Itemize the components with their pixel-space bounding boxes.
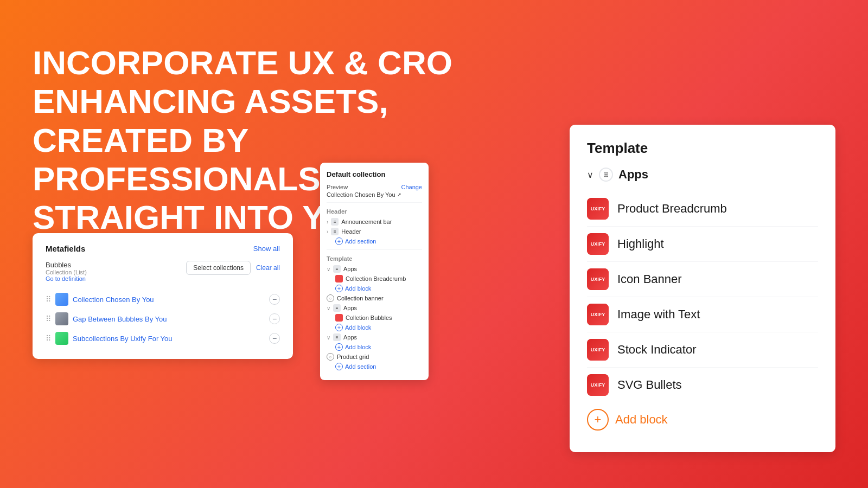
header-section-label: Header xyxy=(327,208,422,215)
bubbles-row: Bubbles Collection (List) Go to definiti… xyxy=(46,261,280,282)
bubbles-label-group: Bubbles Collection (List) Go to definiti… xyxy=(46,261,87,282)
chevron-down-icon: ∨ xyxy=(327,305,330,311)
chevron-down-icon: ∨ xyxy=(327,335,330,341)
collection-value: Collection Chosen By You ↗ xyxy=(327,191,422,198)
drag-handle-icon[interactable]: ⠿ xyxy=(46,314,51,323)
product-grid-item[interactable]: ○ Product grid xyxy=(327,353,422,361)
highlight-app-icon: UXIFY xyxy=(587,233,609,255)
apps-icon-3: ≡ xyxy=(333,333,341,341)
chevron-right-icon: › xyxy=(327,229,328,235)
highlight-label: Highlight xyxy=(617,237,664,251)
remove-item-3-button[interactable]: − xyxy=(269,333,280,344)
image-with-text-label: Image with Text xyxy=(617,307,700,322)
icon-banner-app-icon: UXIFY xyxy=(587,268,609,290)
apps-item-3[interactable]: ∨ ≡ Apps xyxy=(327,333,422,341)
product-breadcrumb-app-icon: UXIFY xyxy=(587,198,609,220)
divider xyxy=(327,202,422,203)
bubbles-sublabel: Collection (List) xyxy=(46,269,87,275)
template-list-item[interactable]: UXIFY Icon Banner xyxy=(587,262,818,297)
hero-line1: INCORPORATE UX & CRO ENHANCING ASSETS, xyxy=(33,44,452,120)
preview-label: Preview xyxy=(327,184,348,190)
add-block-button-1[interactable]: + Add block xyxy=(327,285,422,292)
hero-line2: CREATED BY PROFESSIONALS, xyxy=(33,121,330,197)
metafields-header: Metafields Show all xyxy=(46,244,280,253)
collection-thumb-2 xyxy=(55,312,68,325)
collection-item: ⠿ Subcollections By Uxify For You − xyxy=(46,329,280,348)
remove-item-2-button[interactable]: − xyxy=(269,313,280,324)
template-list-item[interactable]: UXIFY Highlight xyxy=(587,227,818,262)
add-circle-icon: + xyxy=(335,324,343,331)
announcement-bar-item[interactable]: › ≡ Announcement bar xyxy=(327,218,422,226)
announcement-bar-icon: ≡ xyxy=(331,218,339,226)
red-app-icon xyxy=(335,275,343,282)
apps-header-label: Apps xyxy=(618,168,648,182)
template-panel: Template ∨ ⊞ Apps UXIFY Product Breadcru… xyxy=(570,125,835,452)
collection-panel-title: Default collection xyxy=(327,170,422,178)
chevron-right-icon: › xyxy=(327,219,328,225)
add-block-template-label: Add block xyxy=(615,413,668,427)
chevron-down-icon: ∨ xyxy=(327,266,330,272)
collection-item: ⠿ Collection Chosen By You − xyxy=(46,290,280,309)
product-grid-icon: ○ xyxy=(327,353,334,361)
collection-items-list: ⠿ Collection Chosen By You − ⠿ Gap Betwe… xyxy=(46,290,280,348)
apps-grid-icon: ⊞ xyxy=(599,168,613,182)
add-block-circle-icon: + xyxy=(587,409,609,431)
remove-item-1-button[interactable]: − xyxy=(269,294,280,305)
collection-item: ⠿ Gap Between Bubbles By You − xyxy=(46,309,280,329)
header-item[interactable]: › ≡ Header xyxy=(327,228,422,235)
go-to-definition-link[interactable]: Go to definition xyxy=(46,275,87,282)
add-circle-icon: + xyxy=(335,285,343,292)
collection-thumb-3 xyxy=(55,332,68,345)
product-breadcrumb-label: Product Breadcrumb xyxy=(617,202,727,216)
apps-item-1[interactable]: ∨ ≡ Apps xyxy=(327,265,422,273)
apps-item-2[interactable]: ∨ ≡ Apps xyxy=(327,304,422,312)
collection-item-name-1[interactable]: Collection Chosen By You xyxy=(73,296,265,304)
collection-banner-icon: ○ xyxy=(327,294,334,302)
add-section-button-1[interactable]: + Add section xyxy=(327,237,422,245)
template-section-label: Template xyxy=(327,255,422,262)
apps-icon-2: ≡ xyxy=(333,304,341,312)
add-block-button-3[interactable]: + Add block xyxy=(327,343,422,351)
drag-handle-icon[interactable]: ⠿ xyxy=(46,334,51,343)
clear-all-link[interactable]: Clear all xyxy=(256,264,280,272)
change-link[interactable]: Change xyxy=(401,184,422,190)
add-section-button-2[interactable]: + Add section xyxy=(327,363,422,370)
add-circle-icon: + xyxy=(335,363,343,370)
divider xyxy=(327,249,422,250)
preview-row: Preview Change xyxy=(327,184,422,190)
metafields-panel: Metafields Show all Bubbles Collection (… xyxy=(33,233,293,359)
template-list-item[interactable]: UXIFY Image with Text xyxy=(587,297,818,332)
drag-handle-icon[interactable]: ⠿ xyxy=(46,295,51,304)
collection-item-name-3[interactable]: Subcollections By Uxify For You xyxy=(73,335,265,343)
template-list-item[interactable]: UXIFY Product Breadcrumb xyxy=(587,191,818,227)
apps-chevron-icon: ∨ xyxy=(587,170,593,180)
svg-bullets-label: SVG Bullets xyxy=(617,378,682,392)
stock-indicator-app-icon: UXIFY xyxy=(587,339,609,361)
metafields-title: Metafields xyxy=(46,244,85,253)
template-list-item[interactable]: UXIFY SVG Bullets xyxy=(587,368,818,402)
add-block-template-button[interactable]: + Add block xyxy=(587,402,818,437)
show-all-link[interactable]: Show all xyxy=(253,245,280,253)
select-collections-button[interactable]: Select collections xyxy=(186,261,251,275)
apps-header-row: ∨ ⊞ Apps xyxy=(587,168,818,182)
external-link-icon: ↗ xyxy=(397,192,401,197)
collection-bubbles-item[interactable]: Colletion Bubbles xyxy=(327,314,422,322)
header-icon: ≡ xyxy=(331,228,339,235)
image-with-text-app-icon: UXIFY xyxy=(587,304,609,325)
template-list-item[interactable]: UXIFY Stock Indicator xyxy=(587,332,818,368)
svg-bullets-app-icon: UXIFY xyxy=(587,374,609,396)
stock-indicator-label: Stock Indicator xyxy=(617,343,697,357)
collection-thumb-1 xyxy=(55,293,68,306)
collection-panel: Default collection Preview Change Collec… xyxy=(320,163,429,380)
red-app-icon-2 xyxy=(335,314,343,322)
add-block-button-2[interactable]: + Add block xyxy=(327,324,422,331)
collection-item-name-2[interactable]: Gap Between Bubbles By You xyxy=(73,315,265,323)
icon-banner-label: Icon Banner xyxy=(617,272,682,286)
add-circle-icon: + xyxy=(335,343,343,351)
template-items-list: UXIFY Product Breadcrumb UXIFY Highlight… xyxy=(587,191,818,402)
add-circle-icon: + xyxy=(335,237,343,245)
template-panel-title: Template xyxy=(587,140,818,157)
apps-icon-1: ≡ xyxy=(333,265,341,273)
collection-banner-item[interactable]: ○ Collection banner xyxy=(327,294,422,302)
collection-breadcrumb-item[interactable]: Collection Breadcrumb xyxy=(327,275,422,282)
